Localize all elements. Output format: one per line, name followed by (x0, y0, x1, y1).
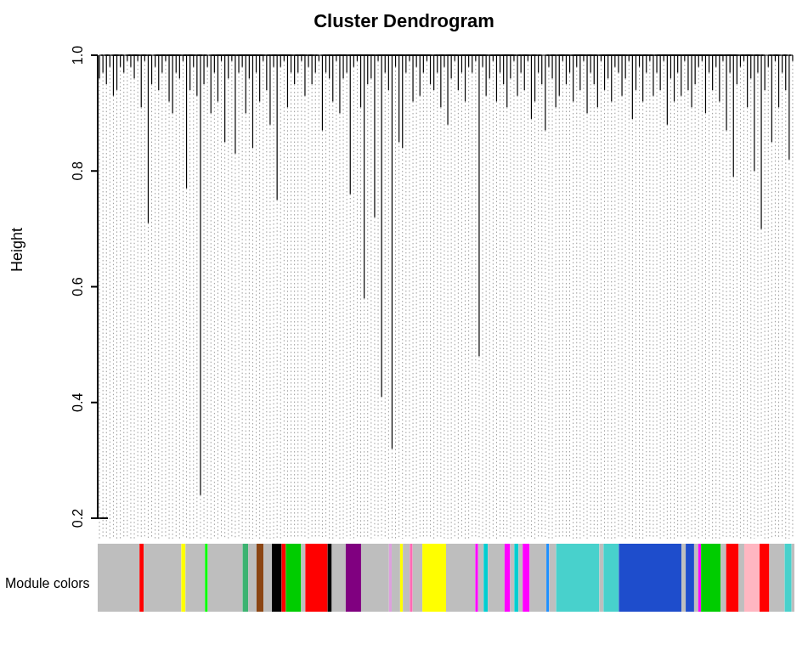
svg-rect-822 (285, 544, 301, 612)
svg-rect-831 (400, 544, 403, 612)
svg-rect-813 (185, 544, 205, 612)
svg-rect-856 (698, 544, 701, 612)
chart-frame: Cluster Dendrogram Height 0.20.40.60.81.… (0, 0, 808, 672)
svg-rect-811 (144, 544, 181, 612)
svg-rect-865 (792, 544, 794, 612)
svg-rect-860 (738, 544, 744, 612)
svg-rect-840 (488, 544, 505, 612)
svg-rect-827 (346, 544, 361, 612)
svg-rect-814 (205, 544, 207, 612)
svg-rect-810 (139, 544, 144, 612)
svg-rect-858 (720, 544, 726, 612)
svg-rect-832 (403, 544, 410, 612)
svg-rect-836 (446, 544, 475, 612)
svg-rect-812 (181, 544, 185, 612)
svg-rect-847 (546, 544, 549, 612)
svg-rect-821 (281, 544, 285, 612)
svg-rect-829 (389, 544, 392, 612)
svg-rect-850 (599, 544, 603, 612)
svg-rect-837 (475, 544, 477, 612)
svg-text:0.4: 0.4 (71, 393, 85, 412)
svg-rect-853 (681, 544, 686, 612)
svg-rect-824 (305, 544, 327, 612)
svg-rect-851 (603, 544, 619, 612)
svg-rect-857 (701, 544, 720, 612)
svg-rect-864 (785, 544, 792, 612)
svg-rect-841 (505, 544, 511, 612)
svg-rect-838 (478, 544, 484, 612)
svg-rect-863 (769, 544, 784, 612)
svg-rect-819 (263, 544, 272, 612)
svg-rect-809 (98, 544, 139, 612)
svg-rect-834 (413, 544, 422, 612)
svg-text:1.0: 1.0 (71, 46, 85, 65)
svg-rect-842 (510, 544, 514, 612)
svg-rect-820 (272, 544, 281, 612)
svg-rect-843 (514, 544, 518, 612)
module-colors-label: Module colors (5, 576, 90, 591)
svg-rect-849 (557, 544, 600, 612)
svg-rect-861 (744, 544, 760, 612)
svg-rect-830 (392, 544, 400, 612)
svg-rect-833 (410, 544, 412, 612)
svg-rect-846 (529, 544, 546, 612)
svg-rect-835 (422, 544, 446, 612)
svg-text:0.6: 0.6 (71, 277, 85, 296)
svg-rect-816 (243, 544, 249, 612)
svg-rect-826 (332, 544, 346, 612)
svg-rect-815 (208, 544, 243, 612)
svg-rect-828 (361, 544, 389, 612)
dendrogram-plot: 0.20.40.60.81.0 (0, 0, 808, 672)
svg-rect-845 (523, 544, 529, 612)
svg-rect-854 (686, 544, 694, 612)
svg-rect-839 (483, 544, 488, 612)
svg-rect-818 (257, 544, 263, 612)
svg-rect-848 (549, 544, 556, 612)
svg-rect-844 (518, 544, 523, 612)
svg-rect-825 (328, 544, 332, 612)
svg-rect-859 (726, 544, 739, 612)
svg-rect-852 (619, 544, 681, 612)
svg-rect-817 (248, 544, 257, 612)
svg-text:0.2: 0.2 (71, 509, 85, 528)
svg-rect-823 (301, 544, 305, 612)
svg-rect-862 (760, 544, 769, 612)
svg-rect-855 (694, 544, 698, 612)
svg-text:0.8: 0.8 (71, 161, 85, 180)
